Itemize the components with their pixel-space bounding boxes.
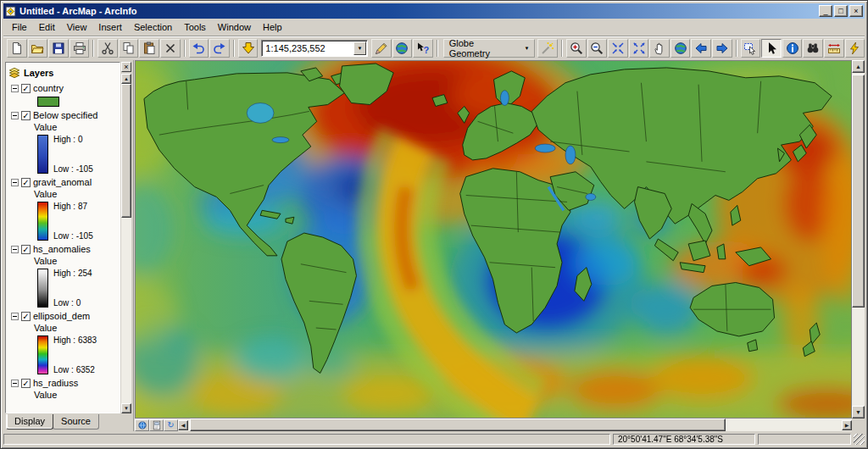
globe-icon [395,42,409,55]
paste-button[interactable] [139,39,159,58]
map-canvas[interactable] [135,60,852,419]
layer-name[interactable]: hs_radiuss [33,378,78,388]
title-bar[interactable]: Untitled - ArcMap - ArcInfo _ □ × [3,3,865,19]
collapse-icon[interactable] [11,246,19,253]
pointer-arrow-icon [765,42,778,55]
layer-checkbox[interactable]: ✓ [21,245,31,254]
redo-button[interactable] [209,39,230,58]
toc-scroll-thumb[interactable] [121,84,131,218]
menu-help[interactable]: Help [257,20,288,34]
fill-symbol-swatch[interactable] [37,97,59,107]
menu-selection[interactable]: Selection [128,20,178,34]
layer-checkbox[interactable]: ✓ [21,178,31,187]
toc-scroll-track[interactable] [121,84,131,403]
add-data-arrow-icon [242,42,255,55]
minimize-button[interactable]: _ [819,5,832,17]
magic-wand-button[interactable] [537,39,558,58]
new-document-button[interactable] [7,39,27,58]
pan-button[interactable] [649,39,670,58]
color-ramp [37,269,48,308]
forward-arrow-icon [715,42,729,55]
identify-button[interactable] [782,39,803,58]
refresh-view-button[interactable]: ↻ [164,419,178,431]
measure-button[interactable] [824,39,844,58]
layer-name[interactable]: country [33,83,64,93]
collapse-icon[interactable] [11,179,19,186]
resize-grip[interactable] [854,434,865,445]
hyperlink-button[interactable] [845,39,865,58]
globe-view-button[interactable] [392,39,413,58]
scroll-up-icon[interactable]: ▲ [121,74,131,84]
scroll-right-icon[interactable]: ▶ [842,420,852,430]
go-forward-button[interactable] [712,39,732,58]
scroll-up-icon[interactable]: ▲ [852,60,865,73]
map-vscroll-track[interactable] [852,73,865,406]
print-button[interactable] [70,39,90,58]
maximize-button[interactable]: □ [834,5,848,17]
map-vscroll-thumb[interactable] [852,75,865,308]
map-scale-combo[interactable]: 1:145,235,552 ▼ [261,40,368,57]
layer-name[interactable]: Below specified [33,110,97,120]
globe-geometry-dropdown[interactable]: Globe Geometry ▼ [443,39,536,58]
scroll-left-icon[interactable]: ◀ [178,420,188,430]
toc-root[interactable]: Layers [8,65,120,80]
layer-name[interactable]: ellipsoid_dem [33,311,90,321]
high-label: High : 254 [53,269,92,278]
select-features-button[interactable] [741,39,761,58]
add-data-button[interactable] [238,39,259,58]
fixed-zoom-out-icon [632,42,646,55]
map-hscroll-track[interactable] [188,419,842,431]
scroll-down-icon[interactable]: ▼ [121,403,131,413]
menu-view[interactable]: View [61,20,93,34]
high-label: High : 0 [53,135,93,144]
menu-edit[interactable]: Edit [33,20,61,34]
layer-checkbox[interactable]: ✓ [21,84,31,93]
map-horizontal-scrollbar[interactable]: ↻ ◀ ▶ [135,419,852,431]
tab-display[interactable]: Display [6,414,53,430]
toc-scrollbar[interactable]: ▲ ▼ [121,74,131,413]
cut-button[interactable] [97,39,118,58]
tab-source[interactable]: Source [53,414,99,430]
close-button[interactable]: × [849,5,863,17]
toolbar-separator [437,40,438,57]
layer-name[interactable]: gravit_anomal [33,177,92,187]
menu-window[interactable]: Window [212,20,257,34]
fixed-zoom-in-button[interactable] [608,39,628,58]
layer-name[interactable]: hs_anomalies [33,244,91,254]
menu-tools[interactable]: Tools [178,20,212,34]
scroll-down-icon[interactable]: ▼ [852,406,865,419]
delete-button[interactable] [160,39,181,58]
coordinates-readout: 20°50'41.47"E 68°34'5.38"S [613,434,755,445]
save-button[interactable] [48,39,69,58]
fixed-zoom-out-button[interactable] [629,39,649,58]
undo-button[interactable] [189,39,209,58]
paste-icon [142,42,156,55]
help-button[interactable] [413,39,433,58]
copy-button[interactable] [119,39,139,58]
open-button[interactable] [28,39,48,58]
toc-close-button[interactable]: × [121,62,131,72]
full-extent-button[interactable] [670,39,691,58]
collapse-icon[interactable] [11,112,19,119]
combo-dropdown-icon[interactable]: ▼ [353,42,366,55]
menu-insert[interactable]: Insert [92,20,128,34]
collapse-icon[interactable] [11,85,19,92]
layout-view-button[interactable] [149,419,164,431]
globe-geometry-label: Globe Geometry [449,38,516,58]
layer-checkbox[interactable]: ✓ [21,111,31,120]
layer-checkbox[interactable]: ✓ [21,379,31,388]
go-back-button[interactable] [691,39,711,58]
find-button[interactable] [803,39,823,58]
editor-button[interactable] [371,39,392,58]
layer-checkbox[interactable]: ✓ [21,312,31,321]
data-view-button[interactable] [135,419,149,431]
low-label: Low : 6352 [53,365,97,374]
map-hscroll-thumb[interactable] [190,419,726,431]
menu-file[interactable]: File [6,20,33,34]
zoom-in-button[interactable] [566,39,587,58]
map-vertical-scrollbar[interactable]: ▲ ▼ [852,60,865,419]
collapse-icon[interactable] [11,313,19,320]
zoom-out-button[interactable] [587,39,608,58]
collapse-icon[interactable] [11,380,19,387]
select-elements-button[interactable] [761,39,782,58]
